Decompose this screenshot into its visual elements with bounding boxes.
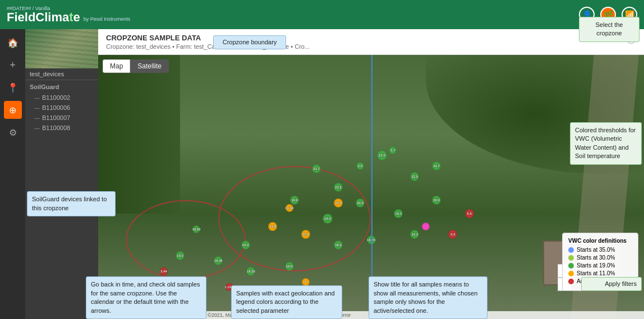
data-point[interactable]: 20.0 <box>432 196 441 205</box>
data-point[interactable]: 19.0 <box>176 251 185 260</box>
legend-label: Starts at 35.0% <box>577 247 615 253</box>
data-point[interactable]: 18.0 <box>323 214 333 224</box>
sidebar-item-sensor[interactable]: ⊕ <box>4 101 22 119</box>
annotation-samples-geo-text: Samples with exact geolocation and legen… <box>236 290 335 314</box>
data-point[interactable]: 18.0 <box>290 196 299 205</box>
annotation-soilguard: SoilGuard devices linked to this cropzon… <box>27 191 116 216</box>
annotation-select-cropzone-text: Select the cropzone <box>596 21 623 36</box>
data-point[interactable]: 20.5 <box>356 198 365 207</box>
field-thumbnail <box>25 29 98 68</box>
legend-label: Starts at 11.0% <box>577 270 615 276</box>
data-point[interactable]: 21.7 <box>312 164 321 173</box>
device-item-2[interactable]: B1100006 <box>25 103 98 113</box>
data-point[interactable]: 18.2 <box>334 241 343 249</box>
tab-satellite[interactable]: Satellite <box>130 59 169 73</box>
annotation-show-title: Show title for all samples means to show… <box>369 276 487 319</box>
annotation-show-title-text: Show title for all samples means to show… <box>374 281 477 313</box>
data-point[interactable]: 19.40 <box>214 256 223 265</box>
legend-dot <box>568 263 574 269</box>
device-item-1[interactable]: B1100002 <box>25 93 98 103</box>
device-list: B1100002 B1100006 B1100007 B1100008 <box>25 91 98 134</box>
data-point[interactable]: 2.5 <box>356 162 364 170</box>
device-name: test_devices <box>25 68 98 80</box>
brand-name: FieldClimate <box>7 11 80 24</box>
sidebar-item-add[interactable]: + <box>4 56 22 74</box>
tab-map[interactable]: Map <box>103 59 130 73</box>
annotation-cropzone-boundary-text: Cropzone boundary <box>223 39 277 45</box>
legend-dot <box>568 247 574 253</box>
legend-item: Starts at 30.0% <box>568 255 632 261</box>
legend-dot <box>568 255 574 261</box>
content-area: CROPZONE SAMPLE DATA Cropzone: test_devi… <box>98 29 644 319</box>
annotation-go-back: Go back in time, and check old samples f… <box>86 276 206 319</box>
data-point[interactable]: 16.50 <box>192 225 200 233</box>
annotation-apply-filters-text: Apply filters <box>605 280 637 287</box>
legend-title: VWC color definitions <box>568 238 632 244</box>
legend-item: Starts at 19.0% <box>568 262 632 269</box>
main-layout: 🏠 + 📍 ⊕ ⚙ test_devices SoilGuard B110000… <box>0 29 644 319</box>
left-panel: test_devices SoilGuard B1100002 B1100006… <box>25 29 98 319</box>
annotation-colored-text: Colored thresholds for VWC (Volumetric W… <box>575 127 636 159</box>
sidebar-item-settings[interactable]: ⚙ <box>4 123 22 141</box>
annotation-go-back-text: Go back in time, and check old samples f… <box>91 281 200 313</box>
by-line: by Pessl Instruments <box>84 16 131 22</box>
data-point[interactable] <box>422 223 430 230</box>
sidebar-item-home[interactable]: 🏠 <box>4 34 22 52</box>
data-point[interactable]: 19.20 <box>246 267 255 276</box>
tree-area-left <box>98 55 180 214</box>
data-point[interactable]: 22.7 <box>432 161 441 170</box>
content-header: CROPZONE SAMPLE DATA Cropzone: test_devi… <box>98 29 644 55</box>
data-point[interactable]: 14.5 <box>268 222 277 231</box>
data-point[interactable]: 16.0 <box>241 241 250 249</box>
legend-item: Starts at 35.0% <box>568 247 632 253</box>
data-point[interactable]: 9 <box>302 278 310 286</box>
annotation-colored-thresholds: Colored thresholds for VWC (Volumetric W… <box>570 122 642 165</box>
device-item-3[interactable]: B1100007 <box>25 113 98 123</box>
data-point[interactable]: 19.3 <box>410 230 419 239</box>
annotation-soilguard-text: SoilGuard devices linked to this cropzon… <box>32 196 107 211</box>
device-item-4[interactable]: B1100008 <box>25 123 98 133</box>
data-point[interactable]: 5.5 <box>465 209 474 218</box>
annotation-cropzone-boundary: Cropzone boundary <box>213 35 286 49</box>
data-point[interactable]: 19.0 <box>285 262 294 271</box>
data-point[interactable]: 10.14 <box>286 204 293 212</box>
data-point[interactable]: 22.5 <box>410 172 419 181</box>
legend-label: Starts at 30.0% <box>577 255 615 261</box>
data-point[interactable]: 23.2 <box>334 183 343 192</box>
legend-item: Starts at 11.0% <box>568 270 632 276</box>
annotation-samples-geo: Samples with exact geolocation and legen… <box>231 285 342 319</box>
annotation-select-cropzone: Select the cropzone <box>579 17 640 42</box>
legend-dot <box>568 271 574 276</box>
app-logo: ##DATE## / Vanilla FieldClimate by Pessl… <box>7 6 130 24</box>
data-point[interactable]: 3.44 <box>160 267 168 275</box>
data-point[interactable]: 0.0 <box>448 230 457 239</box>
data-point[interactable]: 22.5 <box>377 150 387 160</box>
sidebar: 🏠 + 📍 ⊕ ⚙ <box>0 29 25 319</box>
map-tabs: Map Satellite <box>103 59 169 73</box>
sidebar-item-location[interactable]: 📍 <box>4 78 22 96</box>
annotation-apply-filters: Apply filters <box>581 277 642 291</box>
data-point[interactable]: 10.9 <box>301 230 310 239</box>
legend-label: Starts at 19.0% <box>577 262 615 269</box>
section-label: SoilGuard <box>25 80 98 91</box>
data-point[interactable]: 14.5 <box>334 198 343 207</box>
app-header: ##DATE## / Vanilla FieldClimate by Pessl… <box>0 0 644 29</box>
data-point[interactable]: 19.3 <box>394 209 403 218</box>
legend-dot <box>568 279 574 284</box>
data-point[interactable]: 5.7 <box>389 146 397 154</box>
crop-ellipse-2 <box>218 166 371 271</box>
